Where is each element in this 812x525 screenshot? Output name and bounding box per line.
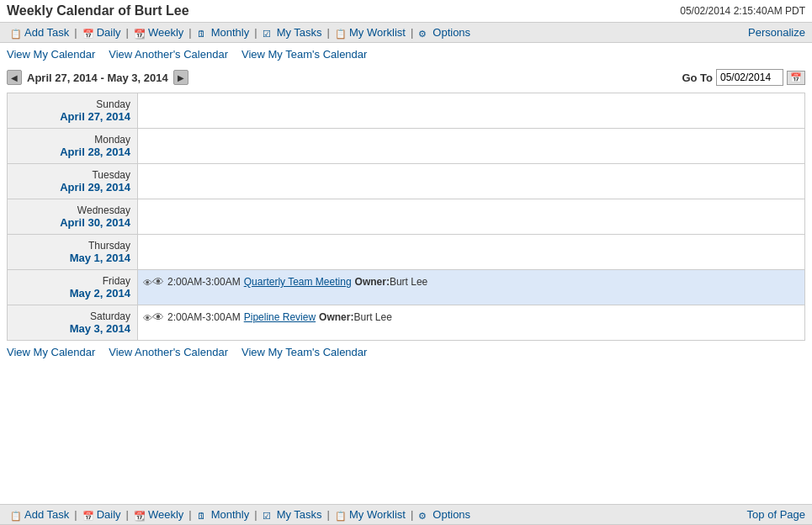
day-date-link[interactable]: April 30, 2014 [60,216,130,229]
day-name: Tuesday [14,169,130,181]
table-row: Thursday May 1, 2014 [8,235,805,270]
day-content-cell: 👁 2:00AM-3:00AM Pipeline Review Owner:Bu… [138,305,805,341]
toolbar-left: Add Task | Daily | Weekly | Monthly | My… [7,26,474,39]
event-time: 2:00AM-3:00AM [167,276,241,288]
day-label-cell: Thursday May 1, 2014 [8,235,138,270]
goto-label: Go To [682,72,713,84]
bottom-nav-links: View My Calendar View Another's Calendar… [0,341,812,363]
weekly-button[interactable]: Weekly [130,26,187,39]
page-datetime: 05/02/2014 2:15:40AM PDT [680,5,805,17]
day-content-cell: 👁 2:00AM-3:00AM Quarterly Team Meeting O… [138,270,805,305]
page-title: Weekly Calendar of Burt Lee [7,3,189,19]
day-date-link[interactable]: May 1, 2014 [70,252,130,264]
daily-icon [82,27,94,39]
prev-week-button[interactable]: ◀ [7,70,22,85]
monthly-button[interactable]: Monthly [194,26,253,39]
view-my-calendar-link[interactable]: View My Calendar [7,48,95,61]
event-link[interactable]: Quarterly Team Meeting [244,276,352,288]
my-tasks-button[interactable]: My Tasks [259,26,326,39]
sep-5: | [327,26,330,39]
view-anothers-calendar-bottom-link[interactable]: View Another's Calendar [109,346,228,358]
my-worklist-button[interactable]: My Worklist [332,26,409,39]
top-toolbar: Add Task | Daily | Weekly | Monthly | My… [0,22,812,43]
day-date-link[interactable]: May 2, 2014 [70,287,130,300]
view-anothers-calendar-link[interactable]: View Another's Calendar [109,48,228,61]
day-label-cell: Friday May 2, 2014 [8,270,138,305]
view-my-teams-calendar-bottom-link[interactable]: View My Team's Calendar [241,346,367,358]
day-label-cell: Sunday April 27, 2014 [8,93,138,129]
daily-button[interactable]: Daily [79,26,125,39]
goto-calendar-button[interactable]: 📅 [787,71,805,85]
personalize-button[interactable]: Personalize [748,26,805,39]
add-task-button[interactable]: Add Task [7,26,72,39]
table-row: Friday May 2, 2014👁 2:00AM-3:00AM Quarte… [8,270,805,305]
day-label-cell: Wednesday April 30, 2014 [8,199,138,235]
day-date-link[interactable]: April 27, 2014 [60,110,130,123]
options-icon [418,27,430,39]
day-date-link[interactable]: April 29, 2014 [60,181,130,194]
view-my-teams-calendar-link[interactable]: View My Team's Calendar [241,48,367,61]
calendar-table-wrap: Sunday April 27, 2014 Monday April 28, 2… [0,93,812,341]
day-label-cell: Saturday May 3, 2014 [8,305,138,341]
sep-3: | [188,26,191,39]
event-owner: Owner:Burt Lee [319,311,392,323]
day-content-cell [138,199,805,235]
view-my-calendar-bottom-link[interactable]: View My Calendar [7,346,95,358]
day-date-link[interactable]: April 28, 2014 [60,146,130,158]
day-name: Sunday [14,98,130,110]
day-label-cell: Monday April 28, 2014 [8,129,138,164]
options-button[interactable]: Options [415,26,474,39]
day-content-cell [138,93,805,129]
day-content-cell [138,164,805,199]
day-name: Friday [14,275,130,287]
event-link[interactable]: Pipeline Review [244,311,316,323]
sep-6: | [411,26,413,39]
monthly-icon [197,27,209,39]
sep-4: | [254,26,257,39]
goto-input[interactable] [716,69,783,86]
mytasks-icon [263,27,274,39]
table-row: Sunday April 27, 2014 [8,93,805,129]
table-row: Monday April 28, 2014 [8,129,805,164]
day-name: Wednesday [14,204,130,216]
table-row: Wednesday April 30, 2014 [8,199,805,235]
calendar-range: April 27, 2014 - May 3, 2014 [27,72,168,84]
day-date-link[interactable]: May 3, 2014 [70,322,130,335]
day-content-cell [138,129,805,164]
day-name: Saturday [14,310,130,322]
task-icon [10,27,22,39]
event-row: 👁 2:00AM-3:00AM Quarterly Team Meeting O… [143,273,799,290]
next-week-button[interactable]: ▶ [173,70,188,85]
calendar-table: Sunday April 27, 2014 Monday April 28, 2… [7,93,805,341]
event-icon: 👁 [143,275,164,289]
event-row: 👁 2:00AM-3:00AM Pipeline Review Owner:Bu… [143,309,799,326]
worklist-icon [335,27,347,39]
calendar-nav: ◀ April 27, 2014 - May 3, 2014 ▶ Go To 📅 [0,66,812,89]
event-time: 2:00AM-3:00AM [167,311,241,323]
top-nav-links: View My Calendar View Another's Calendar… [0,43,812,66]
page-header: Weekly Calendar of Burt Lee 05/02/2014 2… [0,0,812,22]
day-label-cell: Tuesday April 29, 2014 [8,164,138,199]
weekly-icon [134,27,146,39]
day-content-cell [138,235,805,270]
event-owner: Owner:Burt Lee [355,276,428,288]
event-icon: 👁 [143,310,164,324]
day-name: Thursday [14,240,130,252]
sep-2: | [126,26,129,39]
table-row: Tuesday April 29, 2014 [8,164,805,199]
day-name: Monday [14,134,130,146]
table-row: Saturday May 3, 2014👁 2:00AM-3:00AM Pipe… [8,305,805,341]
sep-1: | [74,26,77,39]
